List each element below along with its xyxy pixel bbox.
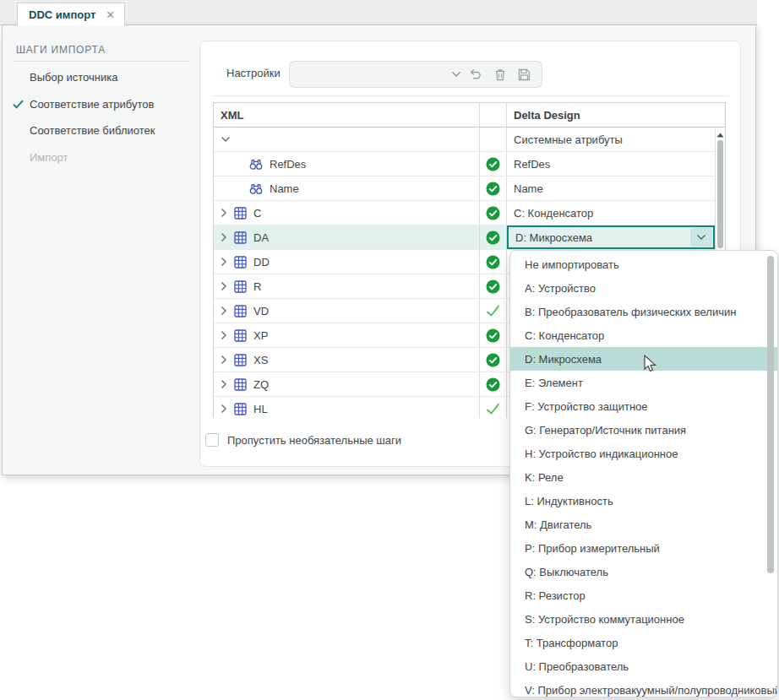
settings-toolbar: [289, 61, 542, 88]
chevron-right-icon[interactable]: [221, 404, 227, 414]
xml-name: DA: [253, 231, 269, 244]
dropdown-item[interactable]: T: Трансформатор: [510, 631, 777, 654]
dropdown-item[interactable]: A: Устройство: [510, 276, 777, 300]
binoculars-icon: [249, 182, 263, 195]
chevron-right-icon[interactable]: [221, 232, 227, 242]
dropdown-item[interactable]: C: Конденсатор: [510, 323, 777, 347]
dropdown-item[interactable]: H: Устройство индикационное: [510, 442, 777, 465]
chevron-right-icon[interactable]: [221, 330, 227, 340]
delta-value: C: Конденсатор: [514, 207, 593, 220]
check-filled-icon: [486, 157, 500, 171]
xml-name: DD: [253, 256, 270, 269]
import-steps-header: ШАГИ ИМПОРТА: [16, 44, 106, 56]
chevron-down-icon[interactable]: [221, 136, 231, 143]
xml-name: XP: [253, 329, 268, 342]
editor-dropdown-button[interactable]: [690, 228, 712, 247]
scrollbar-thumb[interactable]: [717, 140, 723, 248]
chevron-right-icon[interactable]: [221, 379, 227, 389]
status-cell: [480, 397, 507, 418]
divider: [14, 61, 190, 62]
status-cell: [480, 299, 507, 323]
dropdown-item[interactable]: F: Устройство защитное: [510, 394, 777, 418]
dropdown-item[interactable]: G: Генератор/Источник питания: [510, 418, 777, 442]
status-cell: [480, 128, 507, 151]
chevron-right-icon[interactable]: [221, 281, 227, 291]
grid-icon: [234, 280, 247, 293]
check-filled-icon: [486, 255, 500, 269]
column-header-status[interactable]: [480, 103, 507, 127]
delta-value: Системные атрибуты: [514, 133, 623, 146]
sidebar-step-label: Импорт: [30, 151, 68, 164]
grid-icon: [234, 354, 247, 366]
delta-value: RefDes: [514, 158, 550, 171]
check-outline-icon: [486, 305, 500, 317]
chevron-down-icon: [451, 71, 461, 78]
delta-type-editor[interactable]: D: Микросхема: [507, 225, 715, 249]
chevron-right-icon[interactable]: [221, 306, 227, 316]
save-button[interactable]: [518, 68, 531, 81]
column-header-delta[interactable]: Delta Design: [507, 103, 725, 127]
save-icon: [518, 68, 531, 81]
close-icon[interactable]: ✕: [106, 9, 115, 20]
status-cell: [480, 348, 507, 372]
xml-name: ZQ: [253, 378, 269, 391]
status-cell: [480, 372, 507, 396]
dropdown-item[interactable]: Не импортировать: [510, 252, 777, 276]
table-header: XML Delta Design: [214, 103, 725, 128]
sidebar-step-label: Выбор источника: [30, 71, 117, 84]
delete-button[interactable]: [494, 68, 506, 81]
dropdown-item[interactable]: R: Резистор: [510, 583, 777, 607]
table-row-group[interactable]: Системные атрибуты: [214, 128, 725, 152]
dropdown-item[interactable]: L: Индуктивность: [510, 489, 777, 513]
tab-ddc-import[interactable]: DDC импорт ✕: [17, 3, 125, 26]
undo-icon: [468, 68, 482, 80]
settings-preset-combobox[interactable]: [290, 62, 468, 87]
check-filled-icon: [486, 206, 500, 220]
chevron-right-icon[interactable]: [221, 355, 227, 365]
app-window: DDC импорт ✕ ШАГИ ИМПОРТА Выбор источник…: [0, 0, 779, 700]
dropdown-item[interactable]: B: Преобразователь физических величин: [510, 300, 777, 323]
tab-title: DDC импорт: [29, 8, 95, 21]
xml-name: Name: [270, 182, 299, 195]
skip-optional-steps-checkbox[interactable]: Пропустить необязательные шаги: [205, 433, 401, 447]
table-row-Name[interactable]: NameName: [214, 176, 725, 201]
chevron-right-icon[interactable]: [221, 208, 227, 218]
delta-type-dropdown: Не импортироватьA: УстройствоB: Преобраз…: [509, 250, 778, 697]
chevron-down-teal-icon: [696, 234, 706, 241]
sidebar-step-2[interactable]: Соответствие атрибутов: [30, 98, 154, 111]
dropdown-item[interactable]: Q: Выключатель: [510, 560, 777, 583]
dropdown-item[interactable]: M: Двигатель: [510, 513, 777, 536]
table-row-RefDes[interactable]: RefDesRefDes: [214, 152, 725, 176]
checkbox-label: Пропустить необязательные шаги: [227, 434, 401, 447]
status-cell: [480, 274, 507, 298]
checkbox-box[interactable]: [205, 433, 219, 447]
column-header-xml[interactable]: XML: [214, 103, 480, 127]
dropdown-item[interactable]: P: Прибор измерительный: [510, 536, 777, 560]
grid-icon: [234, 305, 247, 317]
xml-name: HL: [253, 403, 268, 415]
table-row-DA[interactable]: DAD: Микросхема: [214, 225, 725, 250]
scroll-up-icon[interactable]: [716, 133, 724, 138]
xml-name: VD: [253, 305, 269, 317]
delta-value: Name: [514, 182, 543, 195]
grid-icon: [234, 256, 247, 269]
chevron-right-icon[interactable]: [221, 257, 227, 267]
grid-icon: [234, 207, 247, 220]
check-outline-icon: [486, 403, 500, 415]
table-row-C[interactable]: CC: Конденсатор: [214, 201, 725, 225]
undo-button[interactable]: [468, 68, 482, 80]
status-cell: [480, 323, 507, 347]
check-filled-icon: [486, 182, 500, 196]
dropdown-scrollbar-thumb[interactable]: [767, 256, 774, 573]
delete-icon: [494, 68, 506, 81]
dropdown-item[interactable]: K: Реле: [510, 465, 777, 489]
xml-name: RefDes: [270, 158, 306, 171]
sidebar-step-4: Импорт: [30, 151, 68, 164]
sidebar-step-3[interactable]: Соответствие библиотек: [30, 124, 155, 137]
dropdown-item[interactable]: V: Прибор электровакуумный/полупроводник…: [510, 678, 777, 697]
status-cell: [480, 250, 507, 274]
settings-label: Настройки: [226, 67, 281, 79]
sidebar-step-1[interactable]: Выбор источника: [30, 71, 117, 84]
dropdown-item[interactable]: S: Устройство коммутационное: [510, 607, 777, 631]
dropdown-item[interactable]: U: Преобразователь: [510, 654, 777, 678]
